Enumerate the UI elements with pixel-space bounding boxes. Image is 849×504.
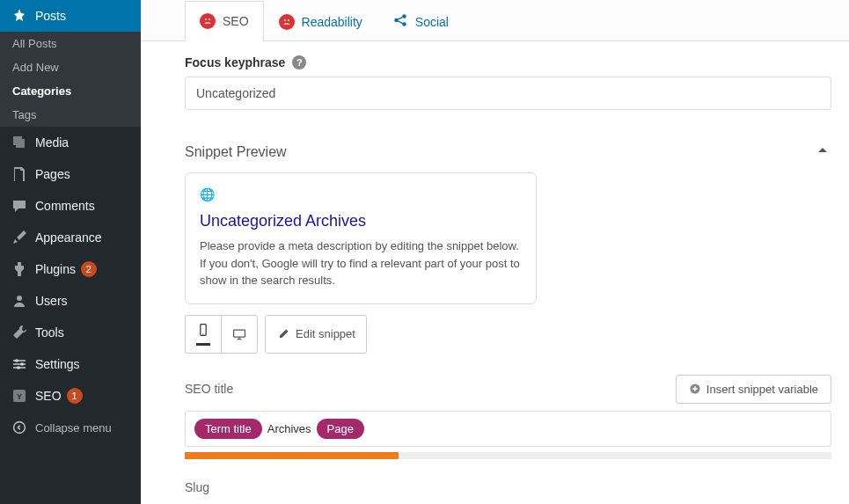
- snippet-preview-card: 🌐 Uncategorized Archives Please provide …: [185, 172, 537, 304]
- sidebar-item-comments[interactable]: Comments: [0, 190, 141, 222]
- svg-rect-16: [234, 330, 245, 337]
- slug-label: Slug: [185, 480, 831, 494]
- svg-point-11: [394, 18, 399, 23]
- seo-badge: 1: [67, 388, 83, 404]
- svg-text:Y: Y: [17, 392, 22, 401]
- collapse-label: Collapse menu: [35, 421, 112, 435]
- sidebar-item-label: Comments: [35, 199, 95, 213]
- svg-point-9: [284, 19, 286, 21]
- pin-icon: [11, 7, 28, 25]
- sidebar-item-seo[interactable]: Y SEO 1: [0, 380, 141, 412]
- seo-title-field[interactable]: Term title Archives Page: [185, 411, 831, 447]
- edit-snippet-button[interactable]: Edit snippet: [265, 315, 367, 354]
- sidebar-item-label: Settings: [35, 357, 80, 371]
- sad-face-icon: [200, 13, 216, 29]
- collapse-menu[interactable]: Collapse menu: [0, 412, 141, 443]
- sidebar-item-label: Users: [35, 294, 68, 308]
- sidebar-item-label: Tools: [35, 325, 64, 340]
- sidebar-sub-add-new[interactable]: Add New: [0, 55, 141, 79]
- tab-label: Readability: [302, 15, 362, 29]
- snippet-description: Please provide a meta description by edi…: [200, 237, 522, 289]
- sidebar-item-media[interactable]: Media: [0, 127, 141, 158]
- svg-point-12: [402, 14, 406, 18]
- plugins-badge: 2: [81, 261, 97, 277]
- svg-point-2: [20, 362, 24, 366]
- tab-social[interactable]: Social: [377, 1, 464, 41]
- sidebar-item-posts[interactable]: Posts: [0, 0, 141, 32]
- plus-circle-icon: [689, 383, 701, 395]
- insert-snippet-variable-button[interactable]: Insert snippet variable: [676, 375, 831, 404]
- sidebar-item-settings[interactable]: Settings: [0, 348, 141, 380]
- sidebar-item-pages[interactable]: Pages: [0, 158, 141, 190]
- sad-face-icon: [279, 14, 295, 30]
- chevron-up-icon: [814, 142, 831, 162]
- plugin-icon: [11, 260, 28, 278]
- seo-icon: Y: [11, 387, 28, 405]
- comments-icon: [11, 197, 28, 215]
- sidebar-item-label: Posts: [35, 9, 66, 23]
- snippet-preview-header: Snippet Preview: [185, 144, 287, 160]
- seo-title-segment: Archives: [267, 422, 311, 435]
- settings-icon: [11, 355, 28, 373]
- users-icon: [11, 292, 28, 310]
- svg-point-7: [205, 18, 207, 20]
- svg-point-10: [288, 19, 289, 21]
- sidebar-item-appearance[interactable]: Appearance: [0, 222, 141, 253]
- help-icon[interactable]: ?: [292, 55, 306, 69]
- tab-seo[interactable]: SEO: [185, 1, 264, 41]
- metabox-tabs: SEO Readability Social: [141, 0, 849, 41]
- media-icon: [11, 134, 28, 151]
- desktop-preview-button[interactable]: [221, 315, 258, 354]
- sidebar-item-users[interactable]: Users: [0, 285, 141, 317]
- svg-point-13: [402, 22, 406, 26]
- edit-snippet-label: Edit snippet: [296, 327, 355, 340]
- svg-point-15: [202, 333, 203, 334]
- sidebar-item-label: SEO: [35, 389, 62, 403]
- svg-point-0: [17, 296, 22, 301]
- seo-title-label: SEO title: [185, 382, 233, 396]
- focus-keyphrase-label: Focus keyphrase: [185, 55, 285, 69]
- sidebar-item-label: Pages: [35, 167, 70, 181]
- sidebar-item-tools[interactable]: Tools: [0, 317, 141, 348]
- sidebar-item-label: Media: [35, 135, 69, 150]
- tab-label: SEO: [223, 14, 249, 28]
- brush-icon: [11, 229, 28, 246]
- sidebar-item-plugins[interactable]: Plugins 2: [0, 253, 141, 285]
- pages-icon: [11, 165, 28, 183]
- sidebar-sub-all-posts[interactable]: All Posts: [0, 32, 141, 55]
- tools-icon: [11, 324, 28, 341]
- seo-title-progress-fill: [185, 452, 399, 459]
- sidebar-item-label: Appearance: [35, 230, 102, 245]
- svg-point-3: [17, 366, 20, 369]
- sidebar-item-label: Plugins: [35, 262, 76, 276]
- snippet-preview-toggle[interactable]: Snippet Preview: [185, 131, 831, 172]
- variable-pill-term-title[interactable]: Term title: [194, 419, 262, 439]
- tab-label: Social: [415, 15, 449, 29]
- share-icon: [392, 12, 408, 31]
- tab-readability[interactable]: Readability: [264, 1, 377, 41]
- variable-pill-page[interactable]: Page: [317, 419, 364, 439]
- insert-button-label: Insert snippet variable: [706, 383, 818, 396]
- svg-point-1: [15, 359, 18, 362]
- snippet-title: Uncategorized Archives: [200, 212, 522, 230]
- svg-point-8: [209, 18, 210, 20]
- globe-icon: 🌐: [200, 187, 522, 201]
- sidebar-sub-tags[interactable]: Tags: [0, 103, 141, 127]
- seo-title-progress: [185, 452, 831, 459]
- mobile-preview-button[interactable]: [185, 315, 221, 354]
- focus-keyphrase-input[interactable]: [185, 77, 831, 110]
- collapse-icon: [11, 419, 28, 436]
- sidebar-sub-categories[interactable]: Categories: [0, 79, 141, 103]
- svg-point-6: [14, 422, 26, 434]
